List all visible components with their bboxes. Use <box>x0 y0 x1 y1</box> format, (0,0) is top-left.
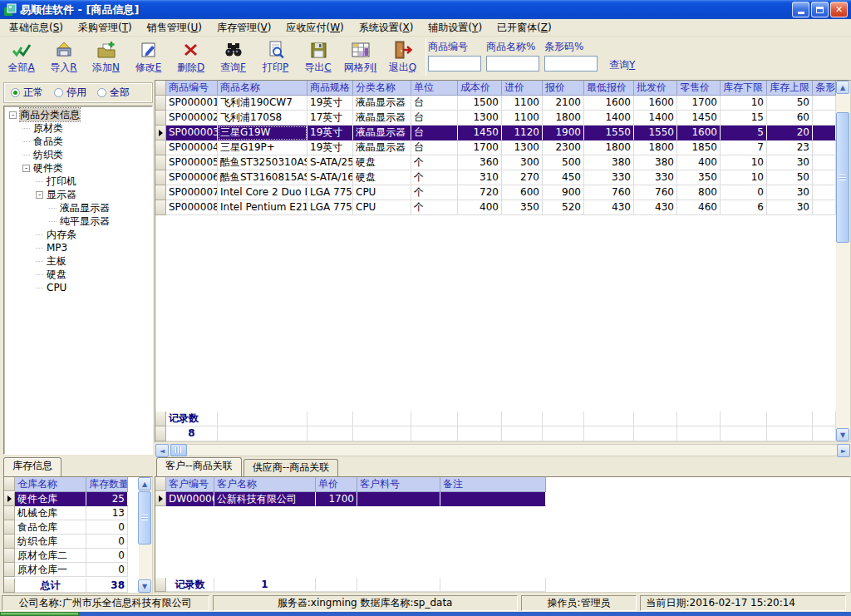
column-header[interactable]: 备注 <box>440 477 546 492</box>
search-input-3[interactable] <box>544 56 598 71</box>
column-header[interactable]: 商品编号 <box>166 81 218 96</box>
close-button[interactable]: ✕ <box>830 2 848 17</box>
menu-item-3[interactable]: 销售管理(U) <box>140 19 209 37</box>
search-input-1[interactable] <box>428 56 481 71</box>
table-cell: 60 <box>767 111 813 126</box>
scroll-up-button[interactable]: ▲ <box>836 81 849 94</box>
tree-node-14[interactable]: CPU <box>4 281 152 294</box>
tree-node-2[interactable]: 原材类 <box>4 121 152 135</box>
tree-node-13[interactable]: 硬盘 <box>4 268 152 281</box>
tree-expand-icon[interactable]: - <box>36 191 43 199</box>
search-input-2[interactable] <box>486 56 539 71</box>
add-folder-button[interactable]: 添加N <box>85 37 127 75</box>
tree-node-5[interactable]: -硬件类 <box>4 161 152 175</box>
column-header[interactable]: 客户名称 <box>214 477 316 492</box>
column-header[interactable]: 客户编号 <box>166 477 214 492</box>
toolbar-separator <box>426 39 426 76</box>
tree-expand-icon[interactable]: - <box>9 111 17 119</box>
column-header[interactable]: 商品名称 <box>218 81 307 96</box>
table-row[interactable]: SP000006酷鱼ST3160815AS(盒S-ATA/160G硬盘个3102… <box>155 170 836 185</box>
edit-pencil-button[interactable]: 修改E <box>127 37 170 75</box>
column-header[interactable]: 商品规格 <box>307 81 353 96</box>
find-binoculars-button[interactable]: 查询F <box>212 37 254 75</box>
tab-relation-2[interactable]: 供应商--商品关联 <box>243 459 339 476</box>
menu-item-2[interactable]: 采购管理(T) <box>71 19 140 37</box>
minimize-button[interactable] <box>792 2 809 17</box>
table-row[interactable]: 硬件仓库25 <box>4 492 128 506</box>
scroll-down-button[interactable]: ▼ <box>138 579 151 593</box>
scroll-down-button[interactable]: ▼ <box>836 428 849 441</box>
table-row[interactable]: 机械仓库13 <box>4 506 128 520</box>
export-floppy-button[interactable]: 导出C <box>297 37 339 75</box>
filter-radio-3[interactable]: 全部 <box>97 86 130 100</box>
table-cell <box>813 170 836 185</box>
table-row[interactable]: SP000003三星G19W19英寸液晶显示器台1450112019001550… <box>155 126 836 140</box>
table-row[interactable]: SP000005酷鱼ST3250310ASS-ATA/250G硬盘个360300… <box>155 155 836 170</box>
column-header[interactable]: 成本价 <box>458 81 502 96</box>
filter-radio-2[interactable]: 停用 <box>54 86 86 100</box>
table-row[interactable]: SP000002飞利浦170S817英寸液晶显示器台13001100180014… <box>155 111 836 126</box>
menu-item-1[interactable]: 基础信息(S) <box>2 19 71 37</box>
tab-inventory-info[interactable]: 库存信息 <box>3 457 61 476</box>
column-header[interactable]: 报价 <box>543 81 584 96</box>
table-row[interactable]: SP000004三星G19P+19英寸液晶显示器台170013002300180… <box>155 140 836 155</box>
menu-item-5[interactable]: 应收应付(W) <box>278 19 351 37</box>
table-row[interactable]: 原材仓库二0 <box>4 549 128 563</box>
scroll-up-button[interactable]: ▲ <box>138 477 151 490</box>
table-row[interactable]: 纺织仓库0 <box>4 535 128 549</box>
grid-selector-header <box>155 81 166 96</box>
column-header[interactable]: 批发价 <box>634 81 677 96</box>
column-header[interactable]: 库存数量 <box>86 477 128 492</box>
column-header[interactable]: 最低报价 <box>584 81 634 96</box>
restore-button[interactable] <box>811 2 829 17</box>
query-link[interactable]: 查询Y <box>609 58 635 72</box>
table-row[interactable]: 原材仓库一0 <box>4 563 128 577</box>
tree-node-9[interactable]: 纯平显示器 <box>4 214 152 228</box>
tree-node-8[interactable]: 液晶显示器 <box>4 201 152 214</box>
tab-relation-1[interactable]: 客户--商品关联 <box>156 457 242 476</box>
column-header[interactable]: 零售价 <box>677 81 721 96</box>
tree-node-7[interactable]: -显示器 <box>4 188 152 201</box>
product-grid: 商品编号商品名称商品规格分类名称单位成本价进价报价最低报价批发价零售价库存下限库… <box>155 80 851 442</box>
tree-node-11[interactable]: MP3 <box>4 241 152 254</box>
import-printer-button[interactable]: 导入R <box>42 37 85 75</box>
table-row[interactable]: DW000002公新科技有限公司1700 <box>155 492 546 506</box>
hscroll-thumb[interactable] <box>170 444 187 456</box>
tree-node-12[interactable]: 主板 <box>4 254 152 268</box>
column-header[interactable]: 进价 <box>502 81 543 96</box>
tree-connector-icon <box>36 234 43 235</box>
tree-node-3[interactable]: 食品类 <box>4 135 152 148</box>
scroll-left-button[interactable]: ◄ <box>155 444 169 457</box>
column-header[interactable]: 单价 <box>316 477 357 492</box>
filter-radio-1[interactable]: 正常 <box>11 86 43 100</box>
column-header[interactable]: 库存上限 <box>767 81 813 96</box>
print-preview-button[interactable]: 打印P <box>254 37 297 75</box>
tree-node-10[interactable]: 内存条 <box>4 228 152 241</box>
column-header[interactable]: 单位 <box>411 81 458 96</box>
radio-circle-icon <box>54 88 63 97</box>
table-row[interactable]: SP000001飞利浦190CW719英寸液晶显示器台1500110021001… <box>155 96 836 111</box>
menu-item-8[interactable]: 已开窗体(Z) <box>489 19 559 37</box>
grid-columns-button[interactable]: 网格列I <box>339 37 381 75</box>
delete-x-button[interactable]: 删除D <box>170 37 212 75</box>
scroll-right-button[interactable]: ► <box>837 444 850 457</box>
vscroll-thumb[interactable] <box>138 491 151 545</box>
tree-node-6[interactable]: 打印机 <box>4 175 152 188</box>
menu-item-4[interactable]: 库存管理(V) <box>209 19 279 37</box>
table-row[interactable]: SP000007Intel Core 2 Duo E450LGA 775CPU个… <box>155 185 836 200</box>
menu-item-6[interactable]: 系统设置(X) <box>352 19 421 37</box>
exit-door-button[interactable]: 退出Q <box>381 37 424 75</box>
table-row[interactable]: 食品仓库0 <box>4 520 128 535</box>
tree-expand-icon[interactable]: - <box>22 165 30 172</box>
column-header[interactable]: 库存下限 <box>721 81 767 96</box>
vscroll-thumb[interactable] <box>836 112 849 243</box>
menu-item-7[interactable]: 辅助设置(Y) <box>421 19 489 37</box>
column-header[interactable]: 条形码 <box>813 81 836 96</box>
tree-node-1[interactable]: -商品分类信息 <box>4 108 152 121</box>
column-header[interactable]: 分类名称 <box>353 81 411 96</box>
column-header[interactable]: 客户料号 <box>357 477 440 492</box>
tree-node-4[interactable]: 纺织类 <box>4 148 152 161</box>
column-header[interactable]: 仓库名称 <box>15 477 86 492</box>
check-all-button[interactable]: 全部A <box>0 37 42 75</box>
table-row[interactable]: SP000008Intel Pentium E2140LGA 775CPU个40… <box>155 200 836 215</box>
